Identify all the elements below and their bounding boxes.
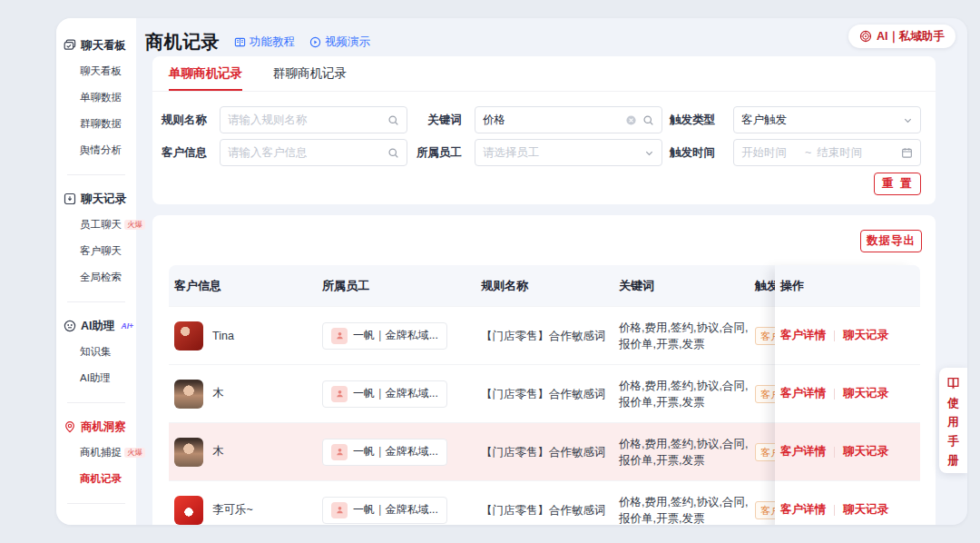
actions-sticky-column: 操作 客户详情 聊天记录 客户详情 聊天记录 客户详情 聊天记录 客 xyxy=(775,265,920,525)
page-header: 商机记录 功能教程 视频演示 xyxy=(145,25,370,58)
sidebar-divider xyxy=(67,174,125,175)
col-header-rule: 规则名称 xyxy=(481,265,528,306)
trigger-type-select[interactable]: 客户触发 xyxy=(733,106,921,133)
app-window: 聊天看板 聊天看板 单聊数据 群聊数据 舆情分析 聊天记录 员工聊天 火爆 客户… xyxy=(56,18,967,525)
book-icon xyxy=(234,36,246,48)
reset-button[interactable]: 重 置 xyxy=(874,173,921,195)
start-time-placeholder: 开始时间 xyxy=(741,145,787,161)
keywords: 价格,费用,签约,协议,合同,报价单,开票,发票 xyxy=(619,320,757,352)
sidebar-item-chat-board[interactable]: 聊天看板 xyxy=(56,58,136,84)
sidebar-section-chat-history[interactable]: 聊天记录 xyxy=(56,186,136,212)
calendar-icon xyxy=(901,147,913,159)
action-separator xyxy=(834,389,835,400)
ai-assistant-button[interactable]: AI｜私域助手 xyxy=(848,25,956,48)
col-header-employee: 所属员工 xyxy=(322,265,369,306)
sidebar: 聊天看板 聊天看板 单聊数据 群聊数据 舆情分析 聊天记录 员工聊天 火爆 客户… xyxy=(56,18,136,525)
action-separator xyxy=(834,447,835,458)
sidebar-item-group-chat-data[interactable]: 群聊数据 xyxy=(56,111,136,137)
customer-detail-link[interactable]: 客户详情 xyxy=(780,328,826,343)
tab-single-chat-records[interactable]: 单聊商机记录 xyxy=(169,56,242,91)
trigger-time-label: 触发时间 xyxy=(661,139,715,166)
sidebar-item-customer-chat[interactable]: 客户聊天 xyxy=(56,238,136,264)
sidebar-section-ai-assistant[interactable]: AI助理 AI+ xyxy=(56,313,136,339)
employee-label: 所属员工 xyxy=(407,139,462,166)
sidebar-item-ai-assistant[interactable]: AI助理 xyxy=(56,365,136,391)
rule-name-input[interactable] xyxy=(228,114,382,126)
sidebar-item-opportunity-capture[interactable]: 商机捕捉 火爆 xyxy=(56,439,136,466)
sidebar-section-chat-board[interactable]: 聊天看板 xyxy=(56,33,136,58)
record-tabs: 单聊商机记录 群聊商机记录 xyxy=(152,56,936,92)
person-icon xyxy=(331,444,348,460)
customer-name: 木 xyxy=(212,444,224,459)
sidebar-item-knowledge-set[interactable]: 知识集 xyxy=(56,339,136,365)
trigger-type-label: 触发类型 xyxy=(661,106,715,133)
search-icon[interactable] xyxy=(387,114,399,126)
sidebar-item-employee-chat[interactable]: 员工聊天 火爆 xyxy=(56,212,136,238)
sidebar-divider xyxy=(67,503,125,504)
customer-avatar xyxy=(174,380,203,409)
export-data-button[interactable]: 数据导出 xyxy=(860,230,922,252)
sidebar-item-single-chat-data[interactable]: 单聊数据 xyxy=(56,84,136,111)
filter-card: 单聊商机记录 群聊商机记录 规则名称 关键词 触发类型 客户触发 xyxy=(152,56,936,204)
tutorial-link[interactable]: 功能教程 xyxy=(234,35,295,50)
employee-tag[interactable]: 一帆｜金牌私域... xyxy=(322,322,447,350)
chevron-down-icon xyxy=(644,148,654,158)
clear-icon[interactable] xyxy=(625,114,637,126)
rule-name-input-box xyxy=(220,106,407,133)
row-actions: 客户详情 聊天记录 xyxy=(775,480,920,525)
chat-history-icon xyxy=(64,193,76,205)
chat-record-link[interactable]: 聊天记录 xyxy=(843,386,888,401)
customer-info-input-box xyxy=(220,139,407,166)
hot-badge: 火爆 xyxy=(124,448,145,458)
sidebar-section-label: 聊天看板 xyxy=(81,38,126,54)
customer-detail-link[interactable]: 客户详情 xyxy=(780,386,826,401)
keyword-input[interactable] xyxy=(483,114,620,126)
user-manual-button[interactable]: 使用手册 xyxy=(939,368,967,473)
chat-record-link[interactable]: 聊天记录 xyxy=(843,502,888,518)
customer-avatar xyxy=(174,438,203,467)
chat-board-icon xyxy=(64,39,76,52)
customer-name: Tina xyxy=(212,330,234,342)
sidebar-section-label: 聊天记录 xyxy=(81,192,126,207)
sidebar-item-sentiment[interactable]: 舆情分析 xyxy=(56,137,136,163)
rule-name: 【门店零售】合作敏感词 xyxy=(481,328,606,343)
range-separator: ~ xyxy=(805,146,811,159)
search-icon[interactable] xyxy=(387,147,399,159)
search-icon[interactable] xyxy=(642,114,654,126)
person-icon xyxy=(331,328,348,344)
sidebar-item-opportunity-records[interactable]: 商机记录 xyxy=(56,466,136,492)
employee-tag[interactable]: 一帆｜金牌私域... xyxy=(322,497,447,524)
sidebar-section-label: AI助理 xyxy=(81,319,115,334)
row-actions: 客户详情 聊天记录 xyxy=(775,422,920,480)
customer-name: 李可乐~ xyxy=(212,502,253,518)
tab-group-chat-records[interactable]: 群聊商机记录 xyxy=(273,56,347,91)
employee-select[interactable]: 请选择员工 xyxy=(475,139,662,166)
ai-plus-badge: AI+ xyxy=(122,321,133,331)
video-demo-link[interactable]: 视频演示 xyxy=(309,35,370,50)
table-card: 数据导出 客户信息 所属员工 规则名称 关键词 触发类型 Tina xyxy=(152,215,936,525)
sidebar-item-global-search[interactable]: 全局检索 xyxy=(56,264,136,291)
play-circle-icon xyxy=(309,36,321,48)
rule-name: 【门店零售】合作敏感词 xyxy=(481,502,606,518)
employee-placeholder: 请选择员工 xyxy=(483,145,639,161)
customer-info-input[interactable] xyxy=(228,146,382,159)
opportunity-icon xyxy=(64,420,76,433)
customer-detail-link[interactable]: 客户详情 xyxy=(780,502,826,518)
keyword-label: 关键词 xyxy=(407,106,462,133)
col-header-customer: 客户信息 xyxy=(174,265,221,306)
trigger-type-value: 客户触发 xyxy=(741,113,897,128)
sidebar-section-opportunity[interactable]: 商机洞察 xyxy=(56,414,136,439)
chat-record-link[interactable]: 聊天记录 xyxy=(843,444,888,459)
trigger-time-range[interactable]: 开始时间 ~ 结束时间 xyxy=(733,139,921,166)
employee-tag[interactable]: 一帆｜金牌私域... xyxy=(322,380,447,408)
rose-logo-icon xyxy=(859,30,872,43)
row-actions: 客户详情 聊天记录 xyxy=(775,306,920,364)
person-icon xyxy=(331,502,348,518)
manual-label: 使用手册 xyxy=(947,394,959,470)
employee-tag[interactable]: 一帆｜金牌私域... xyxy=(322,439,447,466)
chat-record-link[interactable]: 聊天记录 xyxy=(843,328,888,343)
page-title: 商机记录 xyxy=(145,30,220,54)
sidebar-divider xyxy=(67,402,125,403)
ai-assistant-icon xyxy=(64,320,76,332)
customer-detail-link[interactable]: 客户详情 xyxy=(780,444,826,459)
